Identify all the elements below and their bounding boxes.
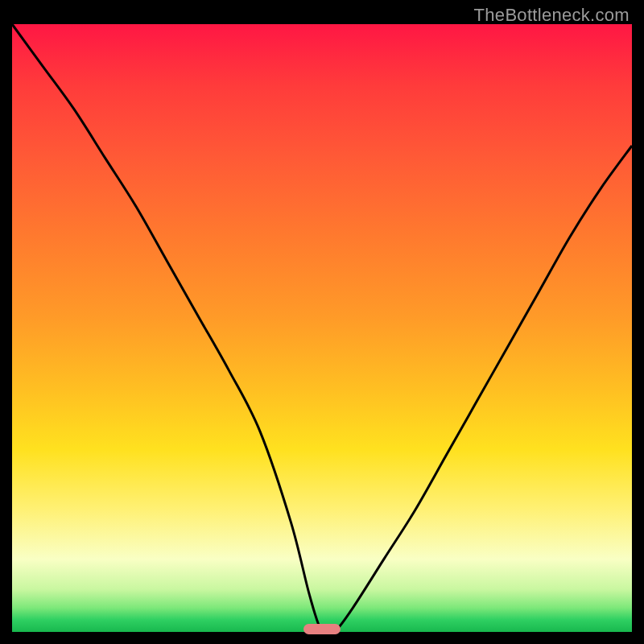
plot-area	[12, 24, 632, 632]
bottleneck-curve	[12, 24, 632, 632]
watermark-text: TheBottleneck.com	[474, 5, 630, 26]
optimum-marker	[303, 624, 341, 634]
curve-path	[12, 24, 632, 636]
chart-frame: TheBottleneck.com	[0, 0, 644, 644]
